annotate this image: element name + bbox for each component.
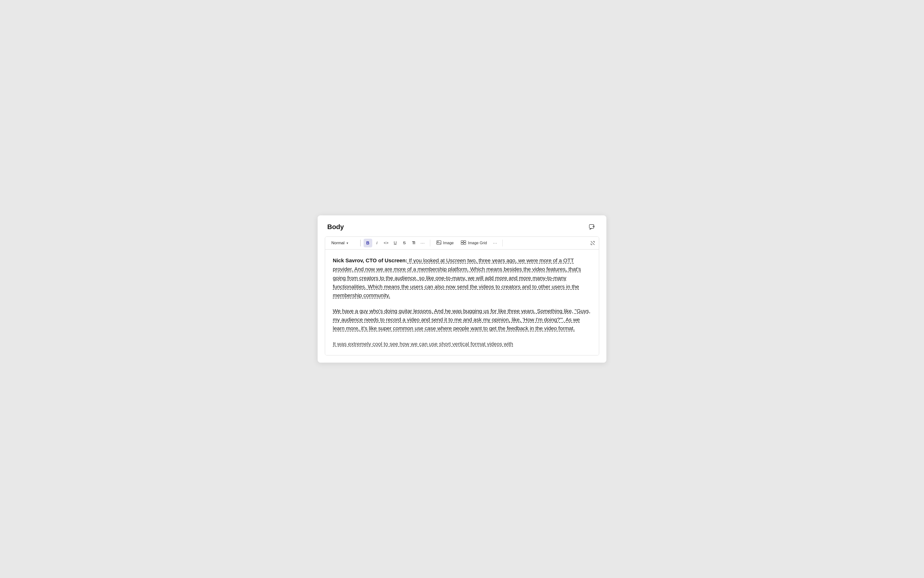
editor-wrapper: Normal ▾ B i <> U S <box>325 237 599 356</box>
svg-rect-6 <box>464 240 466 242</box>
image-grid-button[interactable]: Image Grid <box>458 239 490 247</box>
italic-button[interactable]: i <box>373 239 382 247</box>
more-media-button[interactable]: ··· <box>491 239 500 247</box>
toolbar: Normal ▾ B i <> U S <box>325 237 599 250</box>
card-header: Body <box>318 215 606 237</box>
bold-button[interactable]: B <box>364 239 372 247</box>
svg-rect-5 <box>461 240 463 242</box>
text-size-button[interactable]: Tl <box>409 239 418 247</box>
editor-card: Body Normal ▾ B <box>318 215 606 363</box>
paragraph2-text: We have a guy who's doing guitar lessons… <box>333 308 591 331</box>
image-button[interactable]: Image <box>433 239 457 247</box>
divider-1 <box>360 240 361 247</box>
image-icon <box>437 240 441 246</box>
divider-2 <box>430 240 430 247</box>
style-section: Normal ▾ <box>327 237 359 249</box>
paragraph1-bold: Nick Savrov, CTO of Uscreen: <box>333 258 408 263</box>
comment-add-button[interactable] <box>587 222 597 232</box>
image-label: Image <box>443 241 453 245</box>
expand-button[interactable] <box>588 239 597 247</box>
media-section: Image Image Grid ··· <box>432 237 501 249</box>
more-format-button[interactable]: ··· <box>419 239 427 247</box>
svg-rect-3 <box>437 240 441 245</box>
paragraph-1: Nick Savrov, CTO of Uscreen: If you look… <box>333 256 591 300</box>
paragraph-2: We have a guy who's doing guitar lessons… <box>333 307 591 333</box>
paragraph-3: It was extremely cool to see how we can … <box>333 340 591 348</box>
svg-rect-8 <box>464 243 466 245</box>
svg-rect-7 <box>461 243 463 245</box>
underline-button[interactable]: U <box>391 239 399 247</box>
editor-content[interactable]: Nick Savrov, CTO of Uscreen: If you look… <box>325 250 599 355</box>
style-selector[interactable]: Normal ▾ <box>328 239 357 247</box>
style-value: Normal <box>331 240 344 245</box>
format-section: B i <> U S Tl ··· <box>362 237 429 249</box>
paragraph1-text: If you looked at Uscreen two, three year… <box>333 258 581 299</box>
card-title: Body <box>327 223 344 231</box>
image-grid-label: Image Grid <box>468 241 487 245</box>
paragraph3-text: It was extremely cool to see how we can … <box>333 341 513 347</box>
code-button[interactable]: <> <box>382 239 391 247</box>
chevron-down-icon: ▾ <box>346 241 348 245</box>
divider-3 <box>502 240 503 247</box>
strikethrough-button[interactable]: S <box>400 239 409 247</box>
svg-point-4 <box>437 241 438 242</box>
image-grid-icon <box>461 240 466 246</box>
